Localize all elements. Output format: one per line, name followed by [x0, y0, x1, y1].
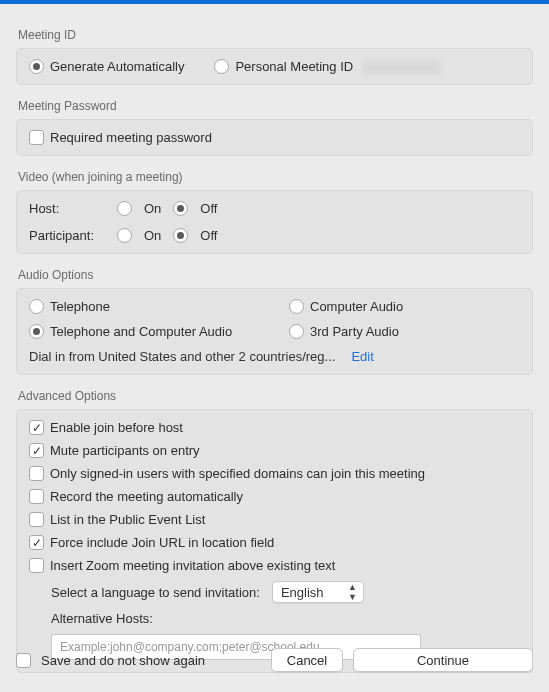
record-auto-checkbox[interactable] — [29, 489, 44, 504]
insert-invitation-label: Insert Zoom meeting invitation above exi… — [50, 558, 335, 573]
chevron-updown-icon: ▲▼ — [348, 583, 357, 602]
participant-video-off-label: Off — [200, 228, 217, 243]
audio-panel: Telephone Computer Audio Telephone and C… — [16, 288, 533, 375]
audio-third-party-label: 3rd Party Audio — [310, 324, 399, 339]
meeting-id-panel: Generate Automatically Personal Meeting … — [16, 48, 533, 85]
list-public-label: List in the Public Event List — [50, 512, 205, 527]
video-section-label: Video (when joining a meeting) — [18, 170, 533, 184]
advanced-section-label: Advanced Options — [18, 389, 533, 403]
host-video-on-label: On — [144, 201, 161, 216]
force-join-url-checkbox[interactable] — [29, 535, 44, 550]
enable-join-before-host-checkbox[interactable] — [29, 420, 44, 435]
audio-computer-radio[interactable] — [289, 299, 304, 314]
language-select-label: Select a language to send invitation: — [51, 585, 260, 600]
signed-in-domains-label: Only signed-in users with specified doma… — [50, 466, 425, 481]
video-participant-label: Participant: — [29, 228, 117, 243]
cancel-button[interactable]: Cancel — [271, 648, 343, 672]
participant-video-on-radio[interactable] — [117, 228, 132, 243]
audio-computer-label: Computer Audio — [310, 299, 403, 314]
host-video-off-radio[interactable] — [173, 201, 188, 216]
host-video-on-radio[interactable] — [117, 201, 132, 216]
advanced-panel: Enable join before host Mute participant… — [16, 409, 533, 673]
personal-meeting-id-value-blurred — [363, 60, 441, 74]
language-select[interactable]: English ▲▼ — [272, 581, 364, 603]
mute-on-entry-checkbox[interactable] — [29, 443, 44, 458]
mute-on-entry-label: Mute participants on entry — [50, 443, 200, 458]
required-password-checkbox[interactable] — [29, 130, 44, 145]
list-public-checkbox[interactable] — [29, 512, 44, 527]
meeting-id-section-label: Meeting ID — [18, 28, 533, 42]
video-host-label: Host: — [29, 201, 117, 216]
generate-automatically-label: Generate Automatically — [50, 59, 184, 74]
force-join-url-label: Force include Join URL in location field — [50, 535, 274, 550]
signed-in-domains-checkbox[interactable] — [29, 466, 44, 481]
enable-join-before-host-label: Enable join before host — [50, 420, 183, 435]
participant-video-off-radio[interactable] — [173, 228, 188, 243]
insert-invitation-checkbox[interactable] — [29, 558, 44, 573]
record-auto-label: Record the meeting automatically — [50, 489, 243, 504]
audio-third-party-radio[interactable] — [289, 324, 304, 339]
language-select-value: English — [281, 585, 324, 600]
footer: Save and do not show again Cancel Contin… — [0, 636, 549, 692]
save-no-show-checkbox[interactable] — [16, 653, 31, 668]
video-panel: Host: On Off Participant: On Off — [16, 190, 533, 254]
dialin-edit-link[interactable]: Edit — [351, 349, 373, 364]
personal-meeting-id-label: Personal Meeting ID — [235, 59, 353, 74]
audio-telephone-label: Telephone — [50, 299, 110, 314]
required-password-label: Required meeting password — [50, 130, 212, 145]
audio-section-label: Audio Options — [18, 268, 533, 282]
meeting-password-panel: Required meeting password — [16, 119, 533, 156]
dialin-text: Dial in from United States and other 2 c… — [29, 349, 335, 364]
host-video-off-label: Off — [200, 201, 217, 216]
save-no-show-label: Save and do not show again — [41, 653, 205, 668]
personal-meeting-id-radio[interactable] — [214, 59, 229, 74]
meeting-password-section-label: Meeting Password — [18, 99, 533, 113]
generate-automatically-radio[interactable] — [29, 59, 44, 74]
participant-video-on-label: On — [144, 228, 161, 243]
audio-telephone-radio[interactable] — [29, 299, 44, 314]
audio-tel-and-computer-label: Telephone and Computer Audio — [50, 324, 232, 339]
alt-hosts-label: Alternative Hosts: — [51, 611, 153, 626]
audio-tel-and-computer-radio[interactable] — [29, 324, 44, 339]
continue-button[interactable]: Continue — [353, 648, 533, 672]
